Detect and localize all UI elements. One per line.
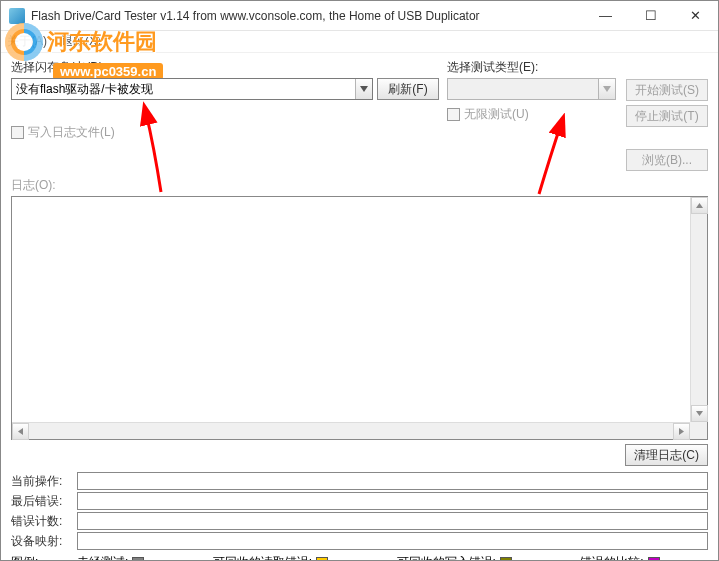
legend-recov-write: 可回收的写入错误: (397, 554, 561, 561)
test-type-dropdown[interactable] (447, 78, 616, 100)
window-controls: — ☐ ✕ (583, 2, 718, 30)
test-select-group: 选择测试类型(E): 无限测试(U) 开始测试(S) 停 (447, 59, 708, 171)
error-count-field (77, 512, 708, 530)
scroll-right-icon[interactable] (673, 423, 690, 440)
write-log-checkbox[interactable] (11, 126, 24, 139)
device-map-label: 设备映射: (11, 533, 77, 550)
title-bar: Flash Drive/Card Tester v1.14 from www.v… (1, 1, 718, 31)
legend-row: 图例: 未经测试: 可回收的读取错误: 可回收的写入错误: 错误的比较: 好的块… (11, 554, 708, 561)
legend-recov-write-label: 可回收的写入错误: (397, 554, 496, 561)
scroll-up-icon[interactable] (691, 197, 708, 214)
scroll-down-icon[interactable] (691, 405, 708, 422)
unlimited-test-checkbox[interactable] (447, 108, 460, 121)
legend-recov-write-swatch (500, 557, 512, 562)
minimize-button[interactable]: — (583, 2, 628, 30)
stop-test-button[interactable]: 停止测试(T) (626, 105, 708, 127)
app-icon (9, 8, 25, 24)
legend-compare-err-label: 错误的比较: (580, 554, 643, 561)
error-count-label: 错误计数: (11, 513, 77, 530)
scrollbar-corner (690, 422, 707, 439)
close-button[interactable]: ✕ (673, 2, 718, 30)
current-op-label: 当前操作: (11, 473, 77, 490)
legend-recov-read: 可回收的读取错误: (213, 554, 377, 561)
horizontal-scrollbar[interactable] (12, 422, 707, 439)
chevron-down-icon (598, 79, 615, 99)
status-grid: 当前操作: 最后错误: 错误计数: 设备映射: (11, 472, 708, 550)
log-label: 日志(O): (11, 177, 708, 194)
window-title: Flash Drive/Card Tester v1.14 from www.v… (31, 9, 583, 23)
legend-recov-read-swatch (316, 557, 328, 562)
drive-select-group: 选择闪存盘/卡(D): 没有flash驱动器/卡被发现 刷新(F) 写入日志文件… (11, 59, 439, 171)
menu-exit[interactable]: 退出(X) (61, 33, 101, 50)
legend-compare-err: 错误的比较: (580, 554, 708, 561)
device-map-field (77, 532, 708, 550)
last-error-field (77, 492, 708, 510)
drive-select-value: 没有flash驱动器/卡被发现 (16, 81, 153, 98)
write-log-label: 写入日志文件(L) (28, 124, 115, 141)
drive-select-dropdown[interactable]: 没有flash驱动器/卡被发现 (11, 78, 373, 100)
unlimited-test-label: 无限测试(U) (464, 106, 529, 123)
drive-select-label: 选择闪存盘/卡(D): (11, 59, 106, 76)
scroll-left-icon[interactable] (12, 423, 29, 440)
browse-button[interactable]: 浏览(B)... (626, 149, 708, 171)
last-error-label: 最后错误: (11, 493, 77, 510)
content-area: 选择闪存盘/卡(D): 没有flash驱动器/卡被发现 刷新(F) 写入日志文件… (1, 53, 718, 561)
log-textarea[interactable] (11, 196, 708, 440)
refresh-button[interactable]: 刷新(F) (377, 78, 439, 100)
legend-untested: 未经测试: (77, 554, 193, 561)
clear-log-button[interactable]: 清理日志(C) (625, 444, 708, 466)
legend-untested-label: 未经测试: (77, 554, 128, 561)
start-test-button[interactable]: 开始测试(S) (626, 79, 708, 101)
test-type-label: 选择测试类型(E): (447, 59, 538, 76)
chevron-down-icon (355, 79, 372, 99)
legend-label: 图例: (11, 554, 77, 561)
vertical-scrollbar[interactable] (690, 197, 707, 439)
menu-bar: 关于(A) 退出(X) (1, 31, 718, 53)
top-controls-row: 选择闪存盘/卡(D): 没有flash驱动器/卡被发现 刷新(F) 写入日志文件… (11, 59, 708, 171)
legend-recov-read-label: 可回收的读取错误: (213, 554, 312, 561)
menu-about[interactable]: 关于(A) (7, 33, 47, 50)
legend-untested-swatch (132, 557, 144, 562)
legend-compare-err-swatch (648, 557, 660, 562)
current-op-field (77, 472, 708, 490)
maximize-button[interactable]: ☐ (628, 2, 673, 30)
